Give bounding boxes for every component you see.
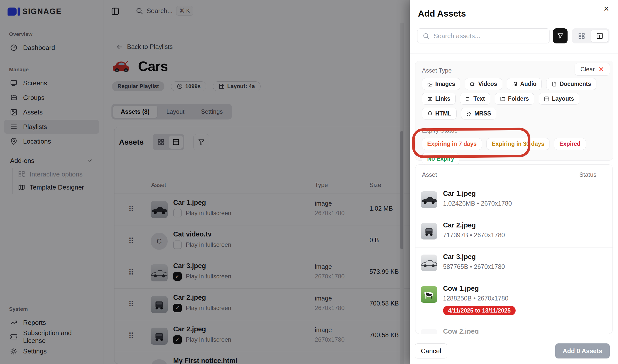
asset-search-input[interactable] [434,32,544,40]
table-view-icon [596,32,603,39]
table-view-button[interactable] [591,30,608,42]
chip-text[interactable]: Text [460,93,490,105]
expiry-status-label: Expiry Status [422,127,606,134]
rss-icon [466,111,472,116]
grid-view-icon [578,32,585,39]
panel-list-header: Asset Status [415,165,612,184]
asset-thumbnail [421,191,437,208]
panel-view-toggle [572,28,609,43]
filters-card: Clear ✕ Asset Type Images Videos Audio D… [415,61,613,161]
add-assets-panel: Add Assets × Clear ✕ Asset Type Images V [410,0,618,364]
chip-documents[interactable]: Documents [546,78,596,90]
asset-meta: 587765B • 2670x1780 [443,263,505,270]
clear-filters-button[interactable]: Clear ✕ [575,63,610,76]
asset-name: Car 1.jpeg [443,190,476,198]
list-item[interactable]: Cow 1.jpeg 1288250B • 2670x1780 4/11/202… [415,279,612,322]
chip-expiring-30-days[interactable]: Expiring in 30 days [486,138,550,150]
chip-expired[interactable]: Expired [554,138,586,150]
grid-view-button[interactable] [573,30,590,42]
asset-thumbnail [421,286,437,303]
asset-meta: 717397B • 2670x1780 [443,231,505,239]
asset-type-chips: Images Videos Audio Documents Links Text… [422,78,606,119]
asset-name: Cow 1.jpeg [443,285,479,292]
chip-videos[interactable]: Videos [465,78,502,90]
chip-no-expiry[interactable]: No Expiry [422,153,459,165]
asset-meta: 1.02426MB • 2670x1780 [443,200,512,207]
footer-divider [410,339,618,339]
asset-name: Cow 2.jpeg [443,328,479,334]
list-item[interactable]: Car 1.jpeg 1.02426MB • 2670x1780 [415,184,612,216]
chip-images[interactable]: Images [422,78,460,90]
asset-name: Car 3.jpeg [443,253,476,261]
text-lines-icon [465,96,471,102]
modal-dim-overlay[interactable] [0,0,410,364]
add-assets-button[interactable]: Add 0 Assets [555,343,610,358]
clear-x-icon: ✕ [598,65,604,74]
chip-audio[interactable]: Audio [507,78,542,90]
music-icon [512,81,518,87]
search-icon [422,32,429,39]
chip-expiring-7-days[interactable]: Expiring in 7 days [422,138,482,150]
close-icon[interactable]: × [604,4,609,14]
funnel-icon [557,33,564,39]
chip-folders[interactable]: Folders [495,93,534,105]
asset-meta: 1288250B • 2670x1780 [443,295,508,302]
expiry-chips: Expiring in 7 days Expiring in 30 days E… [422,138,606,165]
folder-icon [500,96,506,102]
cancel-button[interactable]: Cancel [415,343,447,358]
asset-name: Car 2.jpeg [443,221,476,229]
image-icon [427,81,433,87]
list-item[interactable]: Car 2.jpeg 717397B • 2670x1780 [415,216,612,248]
panel-divider [410,53,618,53]
panel-asset-list: Asset Status Car 1.jpeg 1.02426MB • 2670… [415,164,613,334]
asset-search-box [417,28,550,43]
asset-thumbnail [421,223,437,239]
expiry-date-badge: 4/11/2025 to 13/11/2025 [443,306,516,315]
asset-thumbnail [421,329,437,334]
asset-thumbnail [421,255,437,271]
chip-html[interactable]: HTML [422,108,457,119]
column-asset: Asset [422,171,437,178]
globe-icon [427,96,433,102]
list-item[interactable]: Car 3.jpeg 587765B • 2670x1780 [415,248,612,279]
layout-icon [544,96,549,102]
bell-icon [427,111,433,116]
panel-title: Add Assets [418,9,466,19]
column-status: Status [579,171,596,178]
chip-mrss[interactable]: MRSS [461,108,496,119]
panel-filter-button[interactable] [553,28,568,43]
chip-layouts[interactable]: Layouts [539,93,579,105]
video-icon [470,81,476,87]
file-icon [551,81,557,87]
chip-links[interactable]: Links [422,93,456,105]
list-item[interactable]: Cow 2.jpeg [415,322,612,334]
